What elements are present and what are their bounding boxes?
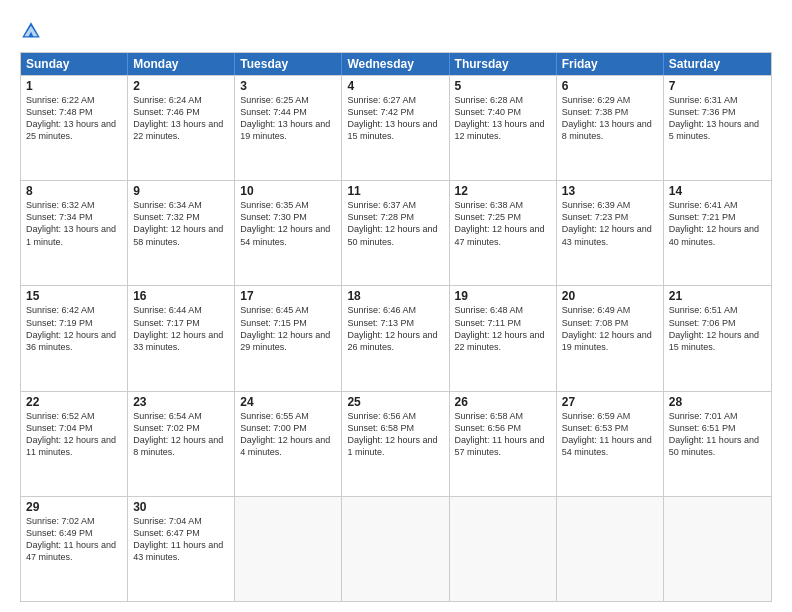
day-number: 1 [26, 79, 122, 93]
day-number: 23 [133, 395, 229, 409]
day-number: 7 [669, 79, 766, 93]
calendar-cell: 23Sunrise: 6:54 AMSunset: 7:02 PMDayligh… [128, 392, 235, 496]
calendar-cell: 6Sunrise: 6:29 AMSunset: 7:38 PMDaylight… [557, 76, 664, 180]
calendar-cell: 5Sunrise: 6:28 AMSunset: 7:40 PMDaylight… [450, 76, 557, 180]
cell-info: Sunrise: 6:46 AMSunset: 7:13 PMDaylight:… [347, 304, 443, 353]
day-number: 27 [562, 395, 658, 409]
cell-info: Sunrise: 6:49 AMSunset: 7:08 PMDaylight:… [562, 304, 658, 353]
cell-info: Sunrise: 6:51 AMSunset: 7:06 PMDaylight:… [669, 304, 766, 353]
calendar-header-cell: Sunday [21, 53, 128, 75]
calendar-cell: 16Sunrise: 6:44 AMSunset: 7:17 PMDayligh… [128, 286, 235, 390]
cell-info: Sunrise: 6:31 AMSunset: 7:36 PMDaylight:… [669, 94, 766, 143]
calendar-header-cell: Monday [128, 53, 235, 75]
calendar-cell: 17Sunrise: 6:45 AMSunset: 7:15 PMDayligh… [235, 286, 342, 390]
calendar-header-cell: Thursday [450, 53, 557, 75]
calendar-cell: 11Sunrise: 6:37 AMSunset: 7:28 PMDayligh… [342, 181, 449, 285]
calendar-week: 22Sunrise: 6:52 AMSunset: 7:04 PMDayligh… [21, 391, 771, 496]
calendar-week: 8Sunrise: 6:32 AMSunset: 7:34 PMDaylight… [21, 180, 771, 285]
cell-info: Sunrise: 6:58 AMSunset: 6:56 PMDaylight:… [455, 410, 551, 459]
calendar-cell: 20Sunrise: 6:49 AMSunset: 7:08 PMDayligh… [557, 286, 664, 390]
cell-info: Sunrise: 6:56 AMSunset: 6:58 PMDaylight:… [347, 410, 443, 459]
cell-info: Sunrise: 7:01 AMSunset: 6:51 PMDaylight:… [669, 410, 766, 459]
cell-info: Sunrise: 6:45 AMSunset: 7:15 PMDaylight:… [240, 304, 336, 353]
day-number: 25 [347, 395, 443, 409]
calendar-cell: 18Sunrise: 6:46 AMSunset: 7:13 PMDayligh… [342, 286, 449, 390]
day-number: 2 [133, 79, 229, 93]
cell-info: Sunrise: 6:39 AMSunset: 7:23 PMDaylight:… [562, 199, 658, 248]
day-number: 10 [240, 184, 336, 198]
calendar-cell: 2Sunrise: 6:24 AMSunset: 7:46 PMDaylight… [128, 76, 235, 180]
calendar-cell: 14Sunrise: 6:41 AMSunset: 7:21 PMDayligh… [664, 181, 771, 285]
calendar-header-row: SundayMondayTuesdayWednesdayThursdayFrid… [21, 53, 771, 75]
calendar-cell [450, 497, 557, 601]
day-number: 18 [347, 289, 443, 303]
calendar-header-cell: Friday [557, 53, 664, 75]
calendar-cell: 21Sunrise: 6:51 AMSunset: 7:06 PMDayligh… [664, 286, 771, 390]
calendar-cell: 12Sunrise: 6:38 AMSunset: 7:25 PMDayligh… [450, 181, 557, 285]
logo-icon [20, 20, 42, 42]
cell-info: Sunrise: 7:04 AMSunset: 6:47 PMDaylight:… [133, 515, 229, 564]
calendar-cell [557, 497, 664, 601]
calendar-cell: 19Sunrise: 6:48 AMSunset: 7:11 PMDayligh… [450, 286, 557, 390]
calendar-body: 1Sunrise: 6:22 AMSunset: 7:48 PMDaylight… [21, 75, 771, 601]
day-number: 17 [240, 289, 336, 303]
cell-info: Sunrise: 6:35 AMSunset: 7:30 PMDaylight:… [240, 199, 336, 248]
calendar-cell: 26Sunrise: 6:58 AMSunset: 6:56 PMDayligh… [450, 392, 557, 496]
calendar-cell [342, 497, 449, 601]
calendar: SundayMondayTuesdayWednesdayThursdayFrid… [20, 52, 772, 602]
day-number: 20 [562, 289, 658, 303]
cell-info: Sunrise: 6:44 AMSunset: 7:17 PMDaylight:… [133, 304, 229, 353]
day-number: 4 [347, 79, 443, 93]
day-number: 24 [240, 395, 336, 409]
calendar-week: 1Sunrise: 6:22 AMSunset: 7:48 PMDaylight… [21, 75, 771, 180]
calendar-cell [664, 497, 771, 601]
calendar-cell: 1Sunrise: 6:22 AMSunset: 7:48 PMDaylight… [21, 76, 128, 180]
calendar-cell: 3Sunrise: 6:25 AMSunset: 7:44 PMDaylight… [235, 76, 342, 180]
day-number: 21 [669, 289, 766, 303]
cell-info: Sunrise: 6:34 AMSunset: 7:32 PMDaylight:… [133, 199, 229, 248]
calendar-cell: 27Sunrise: 6:59 AMSunset: 6:53 PMDayligh… [557, 392, 664, 496]
day-number: 16 [133, 289, 229, 303]
cell-info: Sunrise: 6:28 AMSunset: 7:40 PMDaylight:… [455, 94, 551, 143]
calendar-cell: 28Sunrise: 7:01 AMSunset: 6:51 PMDayligh… [664, 392, 771, 496]
logo [20, 20, 46, 42]
cell-info: Sunrise: 6:38 AMSunset: 7:25 PMDaylight:… [455, 199, 551, 248]
day-number: 6 [562, 79, 658, 93]
day-number: 9 [133, 184, 229, 198]
calendar-header-cell: Wednesday [342, 53, 449, 75]
calendar-cell: 4Sunrise: 6:27 AMSunset: 7:42 PMDaylight… [342, 76, 449, 180]
calendar-cell: 15Sunrise: 6:42 AMSunset: 7:19 PMDayligh… [21, 286, 128, 390]
calendar-week: 15Sunrise: 6:42 AMSunset: 7:19 PMDayligh… [21, 285, 771, 390]
cell-info: Sunrise: 6:59 AMSunset: 6:53 PMDaylight:… [562, 410, 658, 459]
day-number: 22 [26, 395, 122, 409]
calendar-cell: 25Sunrise: 6:56 AMSunset: 6:58 PMDayligh… [342, 392, 449, 496]
cell-info: Sunrise: 6:29 AMSunset: 7:38 PMDaylight:… [562, 94, 658, 143]
calendar-cell: 29Sunrise: 7:02 AMSunset: 6:49 PMDayligh… [21, 497, 128, 601]
day-number: 19 [455, 289, 551, 303]
page: SundayMondayTuesdayWednesdayThursdayFrid… [0, 0, 792, 612]
calendar-cell: 30Sunrise: 7:04 AMSunset: 6:47 PMDayligh… [128, 497, 235, 601]
day-number: 30 [133, 500, 229, 514]
header [20, 16, 772, 42]
cell-info: Sunrise: 6:52 AMSunset: 7:04 PMDaylight:… [26, 410, 122, 459]
day-number: 14 [669, 184, 766, 198]
calendar-header-cell: Saturday [664, 53, 771, 75]
cell-info: Sunrise: 6:25 AMSunset: 7:44 PMDaylight:… [240, 94, 336, 143]
cell-info: Sunrise: 6:41 AMSunset: 7:21 PMDaylight:… [669, 199, 766, 248]
calendar-header-cell: Tuesday [235, 53, 342, 75]
cell-info: Sunrise: 6:54 AMSunset: 7:02 PMDaylight:… [133, 410, 229, 459]
cell-info: Sunrise: 6:27 AMSunset: 7:42 PMDaylight:… [347, 94, 443, 143]
cell-info: Sunrise: 6:24 AMSunset: 7:46 PMDaylight:… [133, 94, 229, 143]
day-number: 28 [669, 395, 766, 409]
calendar-cell: 10Sunrise: 6:35 AMSunset: 7:30 PMDayligh… [235, 181, 342, 285]
cell-info: Sunrise: 6:37 AMSunset: 7:28 PMDaylight:… [347, 199, 443, 248]
cell-info: Sunrise: 6:42 AMSunset: 7:19 PMDaylight:… [26, 304, 122, 353]
cell-info: Sunrise: 6:32 AMSunset: 7:34 PMDaylight:… [26, 199, 122, 248]
calendar-cell [235, 497, 342, 601]
calendar-cell: 7Sunrise: 6:31 AMSunset: 7:36 PMDaylight… [664, 76, 771, 180]
day-number: 12 [455, 184, 551, 198]
day-number: 29 [26, 500, 122, 514]
calendar-cell: 8Sunrise: 6:32 AMSunset: 7:34 PMDaylight… [21, 181, 128, 285]
calendar-week: 29Sunrise: 7:02 AMSunset: 6:49 PMDayligh… [21, 496, 771, 601]
calendar-cell: 24Sunrise: 6:55 AMSunset: 7:00 PMDayligh… [235, 392, 342, 496]
